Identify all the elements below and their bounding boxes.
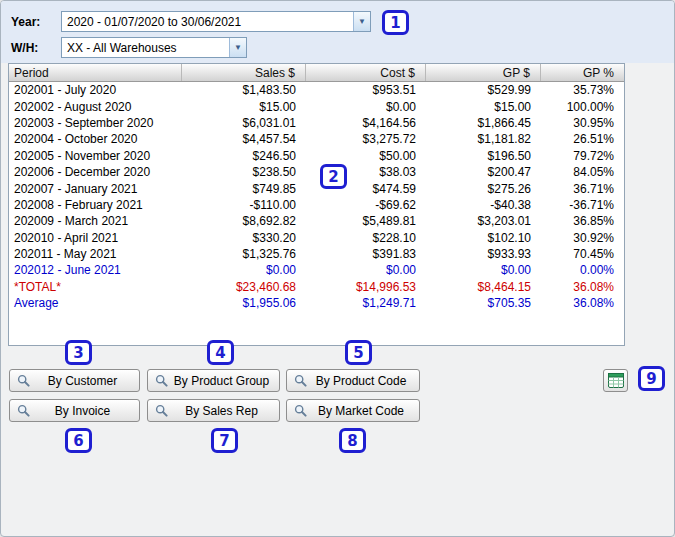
table-row[interactable]: 202001 - July 2020$1,483.50$953.51$529.9…	[9, 82, 624, 98]
cell-sales: $15.00	[182, 100, 306, 114]
cell-gp_pct: 30.92%	[541, 231, 624, 245]
export-to-excel-button[interactable]	[603, 369, 628, 392]
cell-sales: $8,692.82	[182, 214, 306, 228]
cell-cost: $0.00	[306, 100, 426, 114]
by-product-group-button[interactable]: By Product Group	[147, 369, 280, 392]
by-customer-button[interactable]: By Customer	[9, 369, 140, 392]
cell-gp: $200.47	[426, 165, 541, 179]
annotation-mark-9: 9	[638, 366, 665, 391]
table-row[interactable]: 202005 - November 2020$246.50$50.00$196.…	[9, 148, 624, 164]
cell-gp: $0.00	[426, 263, 541, 277]
cell-sales: $6,031.01	[182, 116, 306, 130]
cell-gp: $529.99	[426, 83, 541, 97]
year-select[interactable]: 2020 - 01/07/2020 to 30/06/2021 ▼	[61, 11, 371, 32]
table-row[interactable]: *TOTAL*$23,460.68$14,996.53$8,464.1536.0…	[9, 279, 624, 295]
cell-period: 202010 - April 2021	[9, 231, 182, 245]
table-header: Period Sales $ Cost $ GP $ GP %	[9, 64, 624, 82]
by-sales-rep-label: By Sales Rep	[168, 404, 279, 418]
annotation-mark-7: 7	[211, 428, 238, 453]
cell-sales: $1,483.50	[182, 83, 306, 97]
cell-cost: $1,249.71	[306, 296, 426, 310]
table-row[interactable]: 202002 - August 2020$15.00$0.00$15.00100…	[9, 98, 624, 114]
by-product-code-button[interactable]: By Product Code	[286, 369, 420, 392]
by-invoice-label: By Invoice	[30, 404, 139, 418]
cell-cost: $14,996.53	[306, 280, 426, 294]
cell-period: 202005 - November 2020	[9, 149, 182, 163]
table-row[interactable]: 202006 - December 2020$238.50$38.03$200.…	[9, 164, 624, 180]
column-header-gp-pct[interactable]: GP %	[541, 64, 624, 81]
cell-period: 202008 - February 2021	[9, 198, 182, 212]
table-row[interactable]: 202007 - January 2021$749.85$474.59$275.…	[9, 180, 624, 196]
warehouse-select[interactable]: XX - All Warehouses ▼	[61, 37, 247, 58]
cell-gp: $3,203.01	[426, 214, 541, 228]
chevron-down-icon: ▼	[229, 38, 246, 57]
cell-cost: $228.10	[306, 231, 426, 245]
table-row[interactable]: 202012 - June 2021$0.00$0.00$0.000.00%	[9, 262, 624, 278]
cell-period: 202007 - January 2021	[9, 182, 182, 196]
cell-gp: $933.93	[426, 247, 541, 261]
cell-cost: $4,164.56	[306, 116, 426, 130]
cell-sales: $1,955.06	[182, 296, 306, 310]
table-row[interactable]: 202008 - February 2021-$110.00-$69.62-$4…	[9, 197, 624, 213]
cell-period: 202012 - June 2021	[9, 263, 182, 277]
column-header-cost[interactable]: Cost $	[306, 64, 426, 81]
cell-gp_pct: 79.72%	[541, 149, 624, 163]
annotation-mark-1: 1	[382, 10, 409, 35]
by-market-code-button[interactable]: By Market Code	[286, 399, 420, 422]
cell-gp_pct: 35.73%	[541, 83, 624, 97]
table-row[interactable]: 202010 - April 2021$330.20$228.10$102.10…	[9, 230, 624, 246]
search-icon	[17, 404, 30, 417]
search-icon	[155, 404, 168, 417]
cell-gp_pct: 70.45%	[541, 247, 624, 261]
cell-gp: $15.00	[426, 100, 541, 114]
search-icon	[294, 374, 307, 387]
warehouse-filter-row: W/H: XX - All Warehouses ▼	[11, 37, 247, 58]
cell-gp: $1,866.45	[426, 116, 541, 130]
cell-cost: $3,275.72	[306, 132, 426, 146]
cell-sales: $749.85	[182, 182, 306, 196]
column-header-sales[interactable]: Sales $	[182, 64, 306, 81]
year-select-value: 2020 - 01/07/2020 to 30/06/2021	[62, 12, 353, 31]
cell-sales: $330.20	[182, 231, 306, 245]
year-filter-row: Year: 2020 - 01/07/2020 to 30/06/2021 ▼	[11, 11, 371, 32]
sales-summary-table: Period Sales $ Cost $ GP $ GP % 202001 -…	[8, 63, 625, 346]
cell-gp_pct: -36.71%	[541, 198, 624, 212]
cell-sales: $0.00	[182, 263, 306, 277]
search-icon	[17, 374, 30, 387]
table-row[interactable]: 202004 - October 2020$4,457.54$3,275.72$…	[9, 131, 624, 147]
cell-sales: $238.50	[182, 165, 306, 179]
by-invoice-button[interactable]: By Invoice	[9, 399, 140, 422]
cell-gp_pct: 84.05%	[541, 165, 624, 179]
annotation-mark-6: 6	[65, 428, 92, 453]
by-market-code-label: By Market Code	[307, 404, 419, 418]
cell-period: 202006 - December 2020	[9, 165, 182, 179]
cell-gp_pct: 30.95%	[541, 116, 624, 130]
cell-cost: -$69.62	[306, 198, 426, 212]
cell-sales: $1,325.76	[182, 247, 306, 261]
cell-period: 202001 - July 2020	[9, 83, 182, 97]
cell-cost: $50.00	[306, 149, 426, 163]
cell-period: 202011 - May 2021	[9, 247, 182, 261]
warehouse-label: W/H:	[11, 41, 61, 55]
cell-period: 202003 - September 2020	[9, 116, 182, 130]
by-sales-rep-button[interactable]: By Sales Rep	[147, 399, 280, 422]
table-row[interactable]: 202003 - September 2020$6,031.01$4,164.5…	[9, 115, 624, 131]
table-row[interactable]: 202011 - May 2021$1,325.76$391.83$933.93…	[9, 246, 624, 262]
annotation-mark-4: 4	[207, 340, 234, 365]
cell-period: 202004 - October 2020	[9, 132, 182, 146]
annotation-mark-2: 2	[320, 164, 347, 189]
column-header-period[interactable]: Period	[9, 64, 182, 81]
table-row[interactable]: Average$1,955.06$1,249.71$705.3536.08%	[9, 295, 624, 311]
by-product-code-label: By Product Code	[307, 374, 419, 388]
cell-gp: $196.50	[426, 149, 541, 163]
cell-period: 202002 - August 2020	[9, 100, 182, 114]
search-icon	[294, 404, 307, 417]
cell-gp_pct: 36.08%	[541, 280, 624, 294]
cell-gp_pct: 36.08%	[541, 296, 624, 310]
table-row[interactable]: 202009 - March 2021$8,692.82$5,489.81$3,…	[9, 213, 624, 229]
cell-period: 202009 - March 2021	[9, 214, 182, 228]
cell-gp: $705.35	[426, 296, 541, 310]
excel-export-icon	[608, 373, 624, 388]
annotation-mark-3: 3	[65, 340, 92, 365]
column-header-gp[interactable]: GP $	[426, 64, 541, 81]
